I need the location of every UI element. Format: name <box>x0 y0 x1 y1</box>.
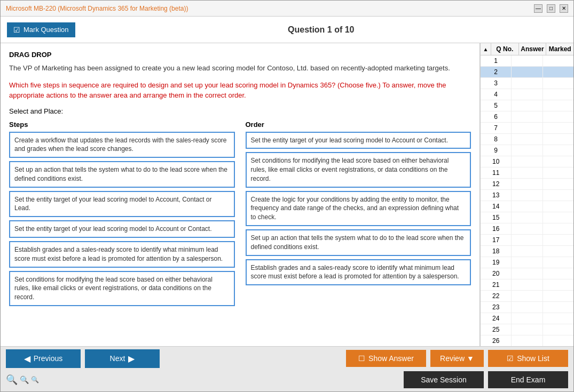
sidebar-cell-marked <box>543 111 573 122</box>
sidebar-row[interactable]: 14 <box>481 201 573 212</box>
previous-button[interactable]: ◀ Previous <box>6 349 81 368</box>
sidebar-cell-qno: 19 <box>481 257 512 268</box>
step-item-3[interactable]: Set the entity target of your lead scori… <box>9 220 235 238</box>
sidebar-cell-answer <box>512 302 542 313</box>
sidebar-cell-marked <box>543 100 573 111</box>
sidebar-cell-qno: 6 <box>481 111 512 122</box>
step-item-4[interactable]: Establish grades and a sales-ready score… <box>9 241 235 268</box>
sidebar-cell-marked <box>543 212 573 223</box>
question-sidebar: ▲ Q No. Answer Marked 1 2 3 4 <box>480 43 573 346</box>
sidebar-row[interactable]: 23 <box>481 302 573 313</box>
sidebar-cell-qno: 8 <box>481 134 512 145</box>
order-item-3[interactable]: Set up an action that tells the system w… <box>246 229 471 256</box>
sidebar-row[interactable]: 24 <box>481 313 573 324</box>
sidebar-cell-marked <box>543 55 573 66</box>
sidebar-row[interactable]: 9 <box>481 145 573 156</box>
sidebar-cell-qno: 26 <box>481 335 512 346</box>
bottom-buttons-row2: 🔍 🔍 🔍 Save Session End Exam <box>1 370 573 391</box>
sidebar-cell-marked <box>543 324 573 335</box>
window-controls: — □ ✕ <box>534 4 568 13</box>
sidebar-row[interactable]: 16 <box>481 223 573 235</box>
mark-question-button[interactable]: Mark Question <box>7 22 75 37</box>
sidebar-row[interactable]: 2 <box>481 67 573 78</box>
sidebar-row[interactable]: 6 <box>481 111 573 123</box>
sidebar-cell-answer <box>512 268 542 279</box>
sidebar-row[interactable]: 25 <box>481 324 573 335</box>
order-item-4[interactable]: Establish grades and a sales-ready score… <box>246 259 471 286</box>
sidebar-rows: 1 2 3 4 5 6 7 8 <box>481 55 573 346</box>
sidebar-row[interactable]: 13 <box>481 190 573 201</box>
sidebar-cell-qno: 21 <box>481 279 512 290</box>
sidebar-row[interactable]: 20 <box>481 268 573 279</box>
minimize-button[interactable]: — <box>534 4 542 13</box>
toolbar: Mark Question Question 1 of 10 <box>1 17 573 43</box>
sidebar-cell-marked <box>543 67 573 77</box>
show-answer-button[interactable]: ☐ Show Answer <box>346 350 426 367</box>
show-list-button[interactable]: ☑ Show List <box>488 350 568 367</box>
prev-arrow-icon: ◀ <box>24 354 30 364</box>
step-item-0[interactable]: Create a workflow that updates the lead … <box>9 132 235 158</box>
select-place-label: Select and Place: <box>9 107 471 115</box>
sidebar-cell-qno: 4 <box>481 89 512 100</box>
zoom-out-button[interactable]: 🔍 <box>31 374 39 386</box>
sidebar-cell-answer <box>512 89 542 100</box>
order-item-2[interactable]: Create the logic for your conditions by … <box>246 191 471 226</box>
save-session-button[interactable]: Save Session <box>404 371 484 388</box>
sidebar-row[interactable]: 3 <box>481 78 573 89</box>
step-item-5[interactable]: Set conditions for modifying the lead sc… <box>9 271 235 306</box>
zoom-in-button[interactable]: 🔍 <box>6 374 18 386</box>
sidebar-scroll-up[interactable]: ▲ <box>481 43 491 55</box>
sidebar-cell-qno: 14 <box>481 201 512 212</box>
next-button[interactable]: Next ▶ <box>85 349 160 368</box>
review-button[interactable]: Review ▼ <box>430 350 484 367</box>
sidebar-cell-answer <box>512 156 542 167</box>
sidebar-cell-marked <box>543 313 573 324</box>
sidebar-row[interactable]: 11 <box>481 167 573 179</box>
show-answer-checkbox-icon: ☐ <box>358 354 365 363</box>
sidebar-row[interactable]: 26 <box>481 335 573 346</box>
sidebar-row[interactable]: 22 <box>481 291 573 302</box>
sidebar-row[interactable]: 8 <box>481 134 573 145</box>
drag-drop-area: Steps Create a workflow that updates the… <box>9 121 471 310</box>
sidebar-cell-qno: 24 <box>481 313 512 324</box>
step-item-2[interactable]: Set the entity target of your lead scori… <box>9 191 235 218</box>
sidebar-cell-answer <box>512 190 542 201</box>
order-item-0[interactable]: Set the entity target of your lead scori… <box>246 132 471 149</box>
bottom-bar: ◀ Previous Next ▶ ☐ Show Answer Review ▼… <box>1 346 573 391</box>
sidebar-cell-answer <box>512 134 542 145</box>
close-button[interactable]: ✕ <box>560 4 568 13</box>
sidebar-cell-answer <box>512 313 542 324</box>
sidebar-row[interactable]: 18 <box>481 246 573 257</box>
sidebar-row[interactable]: 17 <box>481 235 573 246</box>
sidebar-cell-marked <box>543 156 573 167</box>
sidebar-row[interactable]: 12 <box>481 179 573 190</box>
sidebar-row[interactable]: 4 <box>481 89 573 100</box>
sidebar-cell-answer <box>512 335 542 346</box>
sidebar-row[interactable]: 15 <box>481 212 573 223</box>
sidebar-cell-marked <box>543 145 573 156</box>
sidebar-cell-answer <box>512 100 542 111</box>
sidebar-cell-qno: 1 <box>481 55 512 66</box>
step-item-1[interactable]: Set up an action that tells the system w… <box>9 161 235 188</box>
sidebar-cell-qno: 17 <box>481 235 512 245</box>
zoom-reset-button[interactable]: 🔍 <box>20 374 29 386</box>
review-dropdown-icon: ▼ <box>467 354 474 363</box>
sidebar-cell-answer <box>512 246 542 257</box>
order-column: Order Set the entity target of your lead… <box>246 121 471 310</box>
maximize-button[interactable]: □ <box>547 4 555 13</box>
sidebar-row[interactable]: 1 <box>481 55 573 67</box>
sidebar-cell-qno: 16 <box>481 223 512 234</box>
sidebar-row[interactable]: 10 <box>481 156 573 167</box>
bottom-buttons-row1: ◀ Previous Next ▶ ☐ Show Answer Review ▼… <box>1 347 573 370</box>
sidebar-row[interactable]: 7 <box>481 123 573 134</box>
order-item-1[interactable]: Set conditions for modifying the lead sc… <box>246 152 471 187</box>
sidebar-row[interactable]: 21 <box>481 279 573 291</box>
end-exam-button[interactable]: End Exam <box>488 371 568 388</box>
sidebar-cell-qno: 22 <box>481 291 512 301</box>
sidebar-cell-qno: 12 <box>481 179 512 189</box>
sidebar-row[interactable]: 5 <box>481 100 573 111</box>
sidebar-cell-marked <box>543 302 573 313</box>
sidebar-row[interactable]: 19 <box>481 257 573 268</box>
steps-header: Steps <box>9 121 235 129</box>
sidebar-cell-qno: 23 <box>481 302 512 313</box>
